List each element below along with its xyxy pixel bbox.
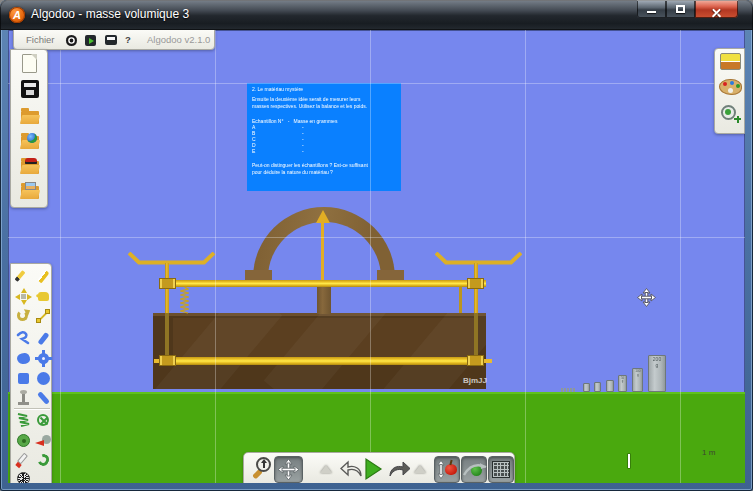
weight-tick[interactable] xyxy=(570,388,572,392)
version-label: Algodoo v2.1.0 xyxy=(147,34,210,45)
hinge-tool[interactable] xyxy=(15,432,32,449)
weight-tick[interactable] xyxy=(561,388,563,392)
clamp xyxy=(159,355,176,366)
open-components-button[interactable] xyxy=(19,156,41,178)
box-tool[interactable] xyxy=(15,370,32,387)
simulation-toolbar xyxy=(243,452,515,483)
balance-needle[interactable] xyxy=(321,223,324,283)
polygon-tool[interactable] xyxy=(15,350,32,367)
move-tool[interactable] xyxy=(15,288,32,305)
grid-line xyxy=(680,30,681,483)
grid-line xyxy=(8,83,745,84)
grid-toggle-button[interactable] xyxy=(488,456,514,483)
right-thin-rod xyxy=(459,287,462,313)
appearance-palette-icon[interactable] xyxy=(719,79,742,95)
file-toolbar xyxy=(10,49,48,208)
tools-palette xyxy=(10,263,52,483)
undo-button[interactable] xyxy=(340,458,364,480)
left-rod[interactable] xyxy=(165,287,169,313)
laser-tool[interactable] xyxy=(35,432,52,449)
spring-tool[interactable] xyxy=(15,412,32,429)
chain-tool[interactable] xyxy=(35,390,52,407)
tracer-tool[interactable] xyxy=(15,452,32,469)
lower-bar[interactable] xyxy=(162,357,484,365)
weight-tick[interactable] xyxy=(573,388,575,392)
scene-watermark: BjmJJ xyxy=(463,376,487,385)
weight-5g[interactable] xyxy=(606,380,614,392)
note-panel[interactable]: 2. Le matériau mystère Ensuite la deuxiè… xyxy=(247,83,401,191)
drag-tool[interactable] xyxy=(35,288,52,305)
needle-arrowhead xyxy=(316,210,330,223)
right-rod-lower xyxy=(474,313,478,357)
grid-icon xyxy=(492,461,510,478)
redo-history-button[interactable] xyxy=(414,465,426,473)
close-button[interactable] xyxy=(695,0,738,18)
minimize-icon xyxy=(647,11,656,13)
apple-icon xyxy=(445,464,457,475)
algodoo-window: A Algodoo - masse volumique 3 xyxy=(0,0,753,491)
open-folder-icon xyxy=(21,111,39,124)
right-toolbar xyxy=(714,48,745,134)
clamp xyxy=(467,355,484,366)
rotate-tool[interactable] xyxy=(15,308,32,325)
balance-base-box[interactable] xyxy=(153,313,486,389)
minimize-button[interactable] xyxy=(637,0,666,18)
background-settings-icon[interactable] xyxy=(720,53,741,70)
right-rod[interactable] xyxy=(474,287,478,313)
zoom-settings-icon[interactable] xyxy=(721,105,736,120)
open-scene-button[interactable] xyxy=(19,106,41,128)
rope-tool[interactable] xyxy=(35,452,52,469)
weight-tick[interactable] xyxy=(567,388,569,392)
right-tray[interactable] xyxy=(435,252,522,265)
balance-pedestal xyxy=(317,287,331,314)
maximize-button[interactable] xyxy=(666,0,695,18)
circle-tool[interactable] xyxy=(35,370,52,387)
open-lessons-button[interactable] xyxy=(19,181,41,203)
grid-line xyxy=(525,30,526,483)
grid-line xyxy=(60,30,61,483)
brush-tool[interactable] xyxy=(15,330,32,347)
note-title: 2. Le matériau mystère xyxy=(252,86,303,92)
weight-tick[interactable] xyxy=(564,388,566,392)
plane-tool[interactable] xyxy=(15,390,32,407)
balance-beam[interactable] xyxy=(162,280,486,287)
new-scene-button[interactable] xyxy=(19,53,41,75)
knife-tool[interactable] xyxy=(35,268,52,285)
window-title: Algodoo - masse volumique 3 xyxy=(31,7,189,21)
help-menu[interactable]: ? xyxy=(125,34,131,45)
menu-fichier[interactable]: Fichier xyxy=(26,34,55,45)
play-button[interactable] xyxy=(363,457,383,481)
left-tray[interactable] xyxy=(128,252,215,265)
left-rod-lower xyxy=(165,313,169,357)
grid-line xyxy=(370,30,371,483)
titlebar[interactable]: A Algodoo - masse volumique 3 xyxy=(0,0,753,30)
maximize-icon xyxy=(676,5,685,13)
clamp xyxy=(467,278,484,289)
record-icon[interactable] xyxy=(66,35,77,46)
weight-1g[interactable] xyxy=(583,383,590,392)
weight-2g[interactable] xyxy=(594,382,601,392)
scale-tool[interactable] xyxy=(35,308,52,325)
play-box-icon[interactable] xyxy=(85,35,96,46)
air-friction-toggle-button[interactable] xyxy=(461,456,487,483)
close-icon xyxy=(711,8,722,19)
open-online-button[interactable] xyxy=(19,131,41,153)
texture-tool[interactable] xyxy=(15,470,32,483)
horizon-line xyxy=(8,392,745,394)
undo-history-button[interactable] xyxy=(320,465,332,473)
scene-canvas[interactable]: BjmJJ 50g 100g 200g 2. Le matériau mystè… xyxy=(8,30,745,483)
spring[interactable] xyxy=(180,287,189,314)
window-icon[interactable] xyxy=(105,35,117,45)
new-file-icon xyxy=(22,54,37,73)
grid-line xyxy=(8,237,745,238)
fixate-tool[interactable] xyxy=(35,412,52,429)
save-scene-button[interactable] xyxy=(19,78,41,100)
pan-tool-button[interactable] xyxy=(274,456,303,483)
gear-tool[interactable] xyxy=(35,350,52,367)
clamp xyxy=(159,278,176,289)
menubar: Fichier ? Algodoo v2.1.0 xyxy=(13,30,215,50)
redo-button[interactable] xyxy=(387,458,411,480)
cut-tool[interactable] xyxy=(35,330,52,347)
sketch-tool[interactable] xyxy=(15,268,32,285)
gravity-toggle-button[interactable] xyxy=(434,456,460,483)
